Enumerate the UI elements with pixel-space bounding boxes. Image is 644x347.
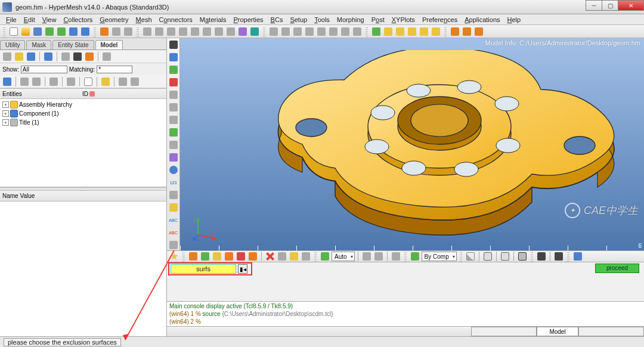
mt2[interactable] <box>19 76 30 87</box>
mt6[interactable] <box>100 76 111 87</box>
proceed-button[interactable]: proceed <box>595 264 639 273</box>
zoom-button[interactable] <box>142 26 153 37</box>
vb6[interactable] <box>168 102 179 113</box>
viewport-3d[interactable]: Model Info: C:/Users/Administrator/Deskt… <box>180 38 644 250</box>
dm7[interactable] <box>277 251 287 262</box>
eye-icon[interactable] <box>117 76 128 87</box>
menu-view[interactable]: View <box>39 16 60 23</box>
zoom-out-button[interactable] <box>292 26 303 37</box>
view-left-button[interactable] <box>178 26 188 37</box>
undo-button[interactable] <box>111 26 122 37</box>
menu-morphing[interactable]: Morphing <box>333 16 368 23</box>
show-select[interactable]: All <box>21 66 67 73</box>
vb5[interactable] <box>168 89 179 100</box>
vb3[interactable] <box>168 64 179 75</box>
menu-mesh[interactable]: Mesh <box>132 16 156 23</box>
dm-delete[interactable] <box>265 251 275 262</box>
tab-utility[interactable]: Utility <box>0 40 25 49</box>
pan-button[interactable] <box>304 26 315 37</box>
arrow-ud-icon[interactable] <box>328 26 339 37</box>
filter3-button[interactable] <box>26 51 36 62</box>
user-profile-button[interactable] <box>99 26 110 37</box>
menu-post[interactable]: Post <box>368 16 388 23</box>
dmW2[interactable] <box>482 251 493 262</box>
menu-bcs[interactable]: BCs <box>267 16 287 23</box>
filter6-button[interactable] <box>72 51 83 62</box>
redo-button[interactable] <box>123 26 134 37</box>
new-button[interactable] <box>8 26 19 37</box>
menu-materials[interactable]: Materials <box>196 16 230 23</box>
filter4-button[interactable] <box>43 51 54 62</box>
cursor-icon[interactable] <box>83 76 94 87</box>
filter2-button[interactable] <box>14 51 24 62</box>
vb-abc[interactable]: ABC <box>168 215 179 225</box>
mt3[interactable] <box>31 76 42 87</box>
tree-assembly[interactable]: + Assembly Hierarchy <box>2 100 164 109</box>
dmS2[interactable] <box>553 251 564 262</box>
dmW1[interactable] <box>465 251 476 262</box>
view-top-button[interactable] <box>202 26 212 37</box>
view-front-button[interactable] <box>154 26 165 37</box>
view-back-button[interactable] <box>166 26 177 37</box>
save-button[interactable] <box>32 26 43 37</box>
menu-file[interactable]: File <box>2 16 20 23</box>
vb1[interactable] <box>168 39 179 50</box>
component-button[interactable] <box>68 26 79 37</box>
dm-auto-select[interactable]: Auto <box>332 252 355 261</box>
tree-title[interactable]: + Title (1) <box>2 118 164 127</box>
minimize-button[interactable]: ─ <box>586 0 602 11</box>
filter8-button[interactable] <box>101 51 112 62</box>
dm1[interactable] <box>188 251 199 262</box>
menu-collectors[interactable]: Collectors <box>60 16 96 23</box>
load-button[interactable] <box>371 26 382 37</box>
menu-preferences[interactable]: Preferences <box>419 16 461 23</box>
import-button[interactable] <box>44 26 55 37</box>
tcl-console[interactable]: Main console display active (Tcl8.5.9 / … <box>167 301 644 326</box>
view-right-button[interactable] <box>190 26 200 37</box>
zoom-in-button[interactable] <box>280 26 291 37</box>
menu-geometry[interactable]: Geometry <box>96 16 132 23</box>
vb-123[interactable]: 123 <box>168 177 179 188</box>
vb4[interactable] <box>168 77 179 88</box>
vb7[interactable] <box>168 114 179 125</box>
dm5[interactable] <box>236 251 246 262</box>
sigma3-button[interactable] <box>473 26 484 37</box>
component-edit-button[interactable] <box>80 26 91 37</box>
vb-info-icon[interactable] <box>168 165 179 175</box>
view-fit-button[interactable] <box>249 26 260 37</box>
card3-button[interactable] <box>407 26 417 37</box>
tree-component[interactable]: + Component (1) <box>2 109 164 118</box>
vb12[interactable] <box>168 202 179 213</box>
menu-xyplots[interactable]: XYPlots <box>388 16 419 23</box>
dmW4[interactable] <box>517 251 528 262</box>
maximize-button[interactable]: ▢ <box>602 0 618 11</box>
rotate-button[interactable] <box>268 26 279 37</box>
card5-button[interactable] <box>431 26 441 37</box>
card4-button[interactable] <box>419 26 429 37</box>
close-button[interactable]: ✕ <box>618 0 644 11</box>
filter7-button[interactable] <box>84 51 95 62</box>
dm8[interactable] <box>289 251 299 262</box>
dmC[interactable] <box>391 251 401 262</box>
eye2-icon[interactable] <box>129 76 140 87</box>
vb9[interactable] <box>168 140 179 150</box>
matching-input[interactable]: * <box>97 66 132 73</box>
filter1-button[interactable] <box>2 51 13 62</box>
mt1[interactable] <box>2 76 13 87</box>
view-rev-button[interactable] <box>237 26 248 37</box>
menu-properties[interactable]: Properties <box>230 16 267 23</box>
dmW3[interactable] <box>500 251 510 262</box>
dmB[interactable] <box>373 251 384 262</box>
vb10[interactable] <box>168 152 179 163</box>
dmS1[interactable] <box>536 251 547 262</box>
surfs-selector[interactable]: surfs <box>171 264 236 274</box>
menu-connectors[interactable]: Connectors <box>156 16 196 23</box>
menu-help[interactable]: Help <box>504 16 525 23</box>
dm-bycomp-icon[interactable] <box>410 251 420 262</box>
tab-model[interactable]: Model <box>95 40 123 49</box>
export-button[interactable] <box>56 26 67 37</box>
vb-abc2[interactable]: ABC <box>168 227 179 238</box>
sigma1-button[interactable] <box>450 26 460 37</box>
bottom-tab-model[interactable]: Model <box>537 327 578 336</box>
view-bottom-button[interactable] <box>213 26 224 37</box>
